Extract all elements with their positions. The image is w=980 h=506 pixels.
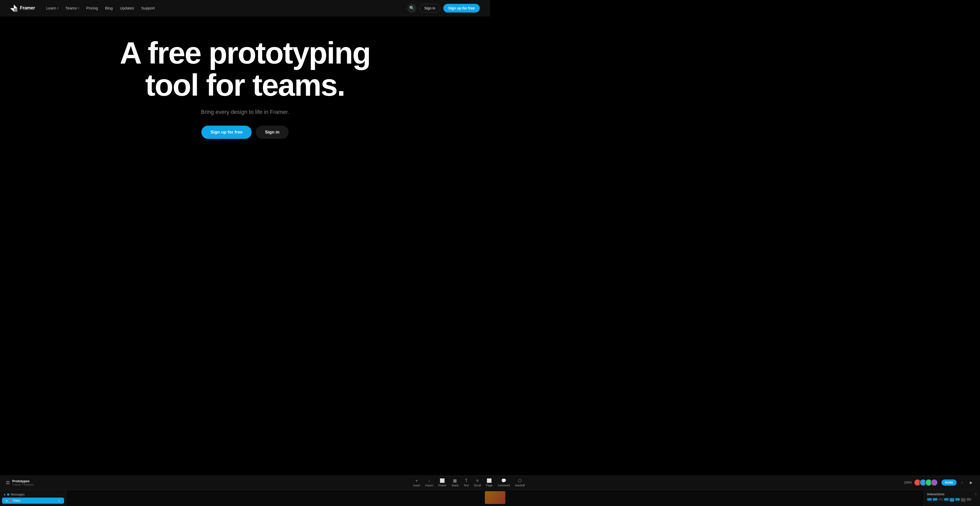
- nav-pricing[interactable]: Pricing: [83, 4, 101, 12]
- nav-signin-button[interactable]: Sign in: [420, 4, 440, 13]
- nav-signup-button[interactable]: Sign up for free: [443, 4, 480, 13]
- nav-updates[interactable]: Updates: [117, 4, 137, 12]
- learn-chevron-icon: ▾: [57, 6, 59, 10]
- teams-chevron-icon: ▾: [78, 6, 79, 10]
- nav-links: Learn ▾ Teams ▾ Pricing Blog Updates Sup…: [43, 4, 407, 12]
- logo[interactable]: Framer: [10, 5, 35, 12]
- framer-logo-icon: [10, 5, 18, 12]
- hero-section: A free prototyping tool for teams. Bring…: [0, 16, 490, 154]
- nav-blog[interactable]: Blog: [102, 4, 116, 12]
- search-button[interactable]: 🔍: [407, 3, 417, 13]
- hero-signin-button[interactable]: Sign in: [256, 126, 289, 139]
- nav-learn[interactable]: Learn ▾: [43, 4, 61, 12]
- hero-title: A free prototyping tool for teams.: [105, 37, 385, 101]
- nav-teams[interactable]: Teams ▾: [62, 4, 82, 12]
- hero-subtitle: Bring every design to life in Framer.: [201, 109, 289, 115]
- navigation: Framer Learn ▾ Teams ▾ Pricing Blog Upda…: [0, 0, 490, 16]
- hero-signup-button[interactable]: Sign up for free: [201, 126, 252, 139]
- logo-text: Framer: [20, 5, 35, 11]
- search-icon: 🔍: [409, 6, 414, 11]
- hero-buttons: Sign up for free Sign in: [201, 126, 289, 139]
- nav-actions: 🔍 Sign in Sign up for free: [407, 3, 480, 13]
- nav-support[interactable]: Support: [138, 4, 158, 12]
